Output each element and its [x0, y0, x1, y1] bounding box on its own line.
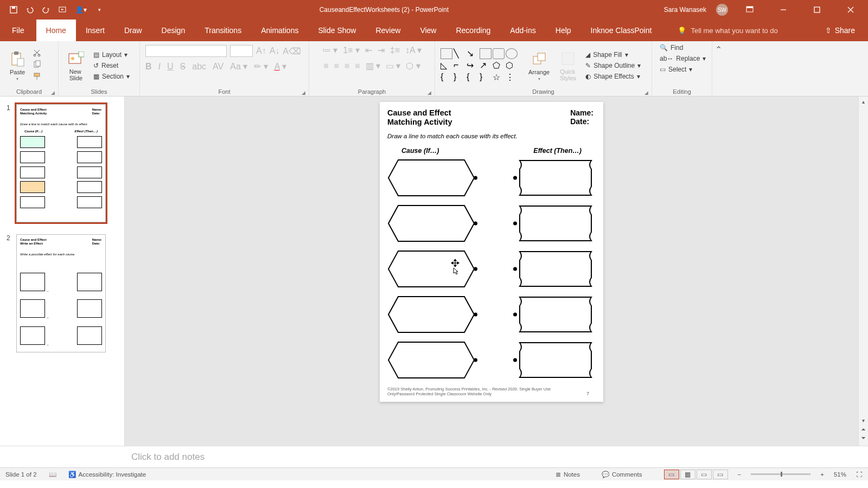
qat-customize-icon[interactable]: ▾	[94, 5, 104, 15]
shape-fill-button[interactable]: ◢Shape Fill ▾	[583, 50, 643, 60]
tab-recording[interactable]: Recording	[446, 20, 500, 41]
accessibility-status[interactable]: ♿Accessibility: Investigate	[68, 471, 146, 478]
section-button[interactable]: ▦Section ▾	[91, 72, 132, 81]
scroll-up-icon[interactable]: ▴	[862, 99, 865, 107]
dialog-launcher-icon[interactable]: ◢	[644, 90, 648, 95]
minimize-icon[interactable]	[771, 0, 795, 20]
clear-formatting-icon[interactable]: A⌫	[283, 46, 301, 56]
char-spacing-button[interactable]: AV	[213, 62, 224, 72]
dialog-launcher-icon[interactable]: ◢	[51, 90, 55, 95]
user-name[interactable]: Sara Wanasek	[664, 6, 706, 14]
quick-styles-button[interactable]: Quick Styles	[556, 49, 580, 82]
text-direction-icon[interactable]: ↕A ▾	[405, 45, 422, 55]
zoom-slider[interactable]	[751, 473, 810, 475]
reading-view-icon[interactable]: ▭	[697, 470, 712, 479]
maximize-icon[interactable]	[805, 0, 829, 20]
strikethrough-button[interactable]: S	[180, 62, 186, 72]
text-shadow-button[interactable]: abc	[192, 62, 206, 72]
shapes-gallery[interactable]: ╲↘ ◺⌐↪↗⬠⬡ {}{}☆⋮	[441, 48, 522, 83]
user-avatar[interactable]: SW	[716, 4, 728, 16]
next-slide-icon[interactable]: ⏷	[861, 435, 866, 444]
tab-view[interactable]: View	[410, 20, 446, 41]
tab-addins[interactable]: Add-ins	[500, 20, 545, 41]
increase-font-icon[interactable]: A↑	[256, 46, 266, 56]
cut-icon[interactable]	[33, 48, 41, 59]
new-slide-button[interactable]: New Slide	[64, 49, 88, 82]
zoom-in-icon[interactable]: +	[820, 471, 824, 478]
find-button[interactable]: 🔍Find	[658, 43, 685, 53]
tab-file[interactable]: File	[0, 20, 36, 41]
align-center-icon[interactable]: ≡	[334, 61, 339, 71]
tab-review[interactable]: Review	[366, 20, 410, 41]
slide-counter[interactable]: Slide 1 of 2	[5, 471, 37, 478]
share-button[interactable]: ⇧ Share	[812, 20, 868, 41]
decrease-indent-icon[interactable]: ⇤	[365, 45, 372, 55]
zoom-out-icon[interactable]: −	[738, 471, 742, 478]
align-text-icon[interactable]: ▭ ▾	[386, 61, 400, 71]
vertical-scrollbar[interactable]: ▴ ▾ ⏶ ⏷	[858, 97, 868, 446]
dialog-launcher-icon[interactable]: ◢	[302, 90, 305, 95]
decrease-font-icon[interactable]: A↓	[270, 46, 280, 56]
select-button[interactable]: ▭Select ▾	[658, 65, 694, 74]
columns-icon[interactable]: ▥ ▾	[366, 61, 380, 71]
thumbnail-2[interactable]: 2 Cause and Effect Write an Effect Name:…	[7, 234, 118, 352]
layout-button[interactable]: ▤Layout ▾	[91, 50, 132, 60]
italic-button[interactable]: I	[158, 62, 161, 72]
tab-help[interactable]: Help	[546, 20, 581, 41]
reset-button[interactable]: ↺Reset	[91, 61, 132, 70]
ribbon-display-icon[interactable]	[738, 0, 762, 20]
copy-icon[interactable]	[33, 60, 41, 71]
align-left-icon[interactable]: ≡	[323, 61, 328, 71]
font-color-button[interactable]: A ▾	[275, 61, 286, 72]
fit-to-window-icon[interactable]: ⛶	[856, 471, 863, 478]
close-icon[interactable]	[839, 0, 863, 20]
tab-transitions[interactable]: Transitions	[195, 20, 251, 41]
tab-design[interactable]: Design	[152, 20, 195, 41]
smartart-icon[interactable]: ⬡ ▾	[406, 61, 420, 71]
underline-button[interactable]: U	[167, 62, 174, 72]
collapse-ribbon-icon[interactable]: ⌃	[712, 41, 725, 96]
zoom-level[interactable]: 51%	[834, 471, 846, 478]
comments-toggle[interactable]: 💬Comments	[602, 471, 642, 478]
scroll-down-icon[interactable]: ▾	[862, 418, 865, 426]
notes-toggle[interactable]: ≣Notes	[556, 471, 580, 478]
arrange-button[interactable]: Arrange▾	[525, 49, 553, 82]
paste-button[interactable]: Paste ▾	[5, 49, 29, 82]
shape-effects-button[interactable]: ◐Shape Effects ▾	[583, 72, 643, 81]
tab-draw[interactable]: Draw	[114, 20, 152, 41]
thumbnail-1[interactable]: 1 Cause and Effect Matching Activity Nam…	[7, 104, 118, 222]
tab-home[interactable]: Home	[36, 20, 76, 41]
shape-outline-button[interactable]: ✎Shape Outline ▾	[583, 61, 643, 70]
normal-view-icon[interactable]: ▭	[664, 470, 679, 479]
font-size-input[interactable]	[230, 45, 253, 57]
tell-me-search[interactable]: 💡 Tell me what you want to do	[678, 20, 777, 41]
save-icon[interactable]	[9, 5, 18, 15]
align-right-icon[interactable]: ≡	[344, 61, 349, 71]
touch-mode-icon[interactable]: 👤▾	[74, 5, 88, 15]
slide-canvas[interactable]: Cause and Effect Matching Activity Name:…	[380, 102, 603, 402]
prev-slide-icon[interactable]: ⏶	[861, 426, 866, 435]
notes-pane[interactable]: Click to add notes	[0, 446, 868, 467]
font-family-input[interactable]	[145, 45, 227, 57]
replace-button[interactable]: ab↔Replace ▾	[658, 54, 708, 63]
line-spacing-icon[interactable]: ‡≡	[390, 46, 400, 55]
numbering-button[interactable]: 1≡ ▾	[343, 45, 360, 55]
tab-slide-show[interactable]: Slide Show	[308, 20, 366, 41]
bold-button[interactable]: B	[145, 62, 152, 72]
tab-animations[interactable]: Animations	[251, 20, 308, 41]
tab-insert[interactable]: Insert	[76, 20, 114, 41]
undo-icon[interactable]	[25, 5, 35, 15]
bullets-button[interactable]: ≔ ▾	[322, 45, 337, 55]
spell-check-icon[interactable]: 📖	[49, 471, 56, 478]
change-case-button[interactable]: Aa ▾	[230, 61, 247, 72]
justify-icon[interactable]: ≡	[355, 61, 360, 71]
text-highlight-button[interactable]: ✏ ▾	[254, 61, 267, 72]
tab-inknoe-classpoint[interactable]: Inknoe ClassPoint	[581, 20, 662, 41]
slide-sorter-icon[interactable]: ▦	[680, 470, 695, 479]
format-painter-icon[interactable]	[33, 72, 41, 83]
slide-editor[interactable]: Cause and Effect Matching Activity Name:…	[125, 97, 858, 446]
increase-indent-icon[interactable]: ⇥	[378, 45, 385, 55]
start-from-beginning-icon[interactable]	[58, 5, 67, 15]
slideshow-view-icon[interactable]: ▭	[713, 470, 728, 479]
redo-icon[interactable]	[41, 5, 51, 15]
